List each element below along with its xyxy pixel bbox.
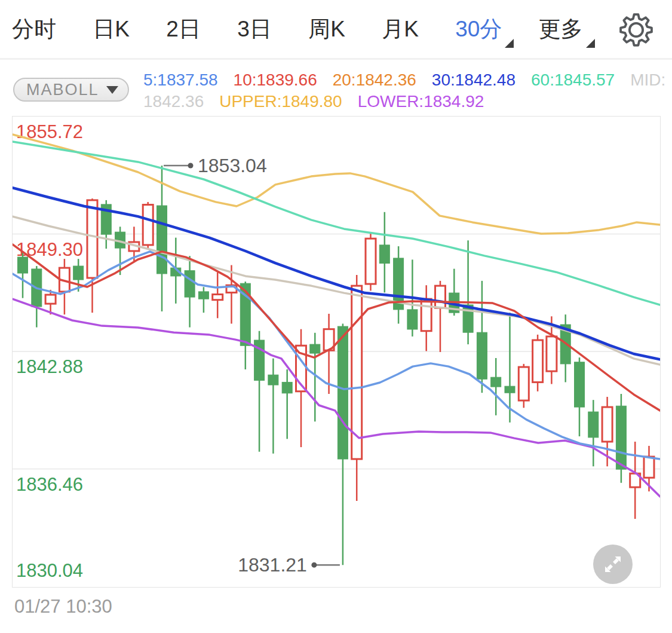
candle-up	[366, 238, 376, 284]
candle-up	[602, 407, 612, 442]
candle-down	[505, 386, 515, 393]
tab-日K[interactable]: 日K	[93, 14, 130, 44]
candlestick-chart[interactable]: 1855.721849.301842.881836.461830.041853.…	[12, 116, 661, 588]
price-axis-label: 1836.46	[16, 474, 83, 495]
candle-down	[73, 266, 84, 280]
kline-app: 分时日K2日3日周K月K30分更多 MABOLL 5:1837.5810:183…	[0, 0, 672, 633]
candle-down	[477, 332, 487, 379]
candle-up	[435, 286, 446, 308]
chevron-down-icon	[106, 86, 118, 94]
candle-up	[87, 200, 97, 278]
price-axis-label: 1849.30	[16, 239, 83, 260]
header-divider	[0, 58, 672, 60]
candle-down	[575, 362, 585, 407]
candle-down	[337, 326, 348, 459]
tab-30分[interactable]: 30分	[455, 14, 502, 44]
indicator-selector[interactable]: MABOLL	[13, 78, 129, 102]
ma-value: 30:1842.48	[432, 71, 515, 90]
candle-down	[491, 377, 501, 387]
candle-down	[407, 310, 418, 329]
ma-value: 60:1845.57	[531, 71, 615, 90]
expand-arrows-icon	[593, 545, 633, 584]
candle-up	[421, 299, 431, 331]
tab-3日[interactable]: 3日	[237, 14, 272, 44]
tab-周K[interactable]: 周K	[308, 14, 345, 44]
candle-up	[518, 367, 529, 400]
high-annotation-label: 1853.04	[198, 155, 267, 176]
candle-down	[379, 245, 389, 264]
first-candle-timestamp: 01/27 10:30	[14, 596, 112, 617]
gear-icon-svg	[619, 13, 653, 47]
ma-value: 5:1837.58	[143, 71, 218, 90]
candle-down	[310, 344, 320, 353]
boll-value: UPPER:1849.80	[219, 92, 342, 111]
settings-gear-icon[interactable]	[619, 13, 653, 47]
tab-分时[interactable]: 分时	[12, 14, 56, 44]
candle-up	[547, 337, 557, 371]
price-axis-label: 1842.88	[16, 356, 83, 377]
candle-up	[213, 295, 223, 300]
candle-down	[157, 206, 167, 274]
candle-up	[45, 295, 56, 304]
tab-2日[interactable]: 2日	[166, 14, 201, 44]
tab-bar: 分时日K2日3日周K月K30分更多	[0, 0, 672, 58]
high-annotation-dot	[188, 163, 194, 169]
ma-value: MID:	[630, 71, 665, 90]
candle-down	[588, 412, 599, 438]
ma-value: 20:1842.36	[333, 71, 416, 90]
candle-down	[198, 292, 208, 299]
candle-down	[616, 406, 626, 469]
indicator-selector-label: MABOLL	[26, 81, 99, 99]
candle-up	[644, 457, 654, 478]
fullscreen-expand-button[interactable]	[593, 545, 633, 584]
indicator-values-row2: 1842.36UPPER:1849.80LOWER:1834.92	[143, 92, 484, 111]
candle-down	[282, 382, 292, 393]
boll-value: 1842.36	[143, 92, 204, 111]
ma-value: 10:1839.66	[234, 71, 317, 90]
dropdown-corner-icon	[505, 39, 514, 48]
dropdown-corner-icon	[586, 39, 595, 48]
candle-up	[143, 205, 153, 245]
candle-up	[533, 340, 543, 382]
candle-down	[268, 375, 278, 385]
candle-down	[18, 257, 28, 273]
candle-down	[185, 271, 195, 297]
low-annotation-label: 1831.21	[238, 554, 307, 576]
indicator-values-row1: 5:1837.5810:1839.6620:1842.3630:1842.486…	[143, 71, 665, 90]
tab-月K[interactable]: 月K	[382, 14, 419, 44]
tab-更多[interactable]: 更多	[539, 14, 583, 44]
chart-canvas: 1855.721849.301842.881836.461830.041853.…	[13, 117, 660, 587]
low-annotation-dot	[311, 562, 317, 568]
boll-value: LOWER:1834.92	[358, 92, 484, 111]
price-axis-label: 1830.04	[16, 560, 83, 581]
